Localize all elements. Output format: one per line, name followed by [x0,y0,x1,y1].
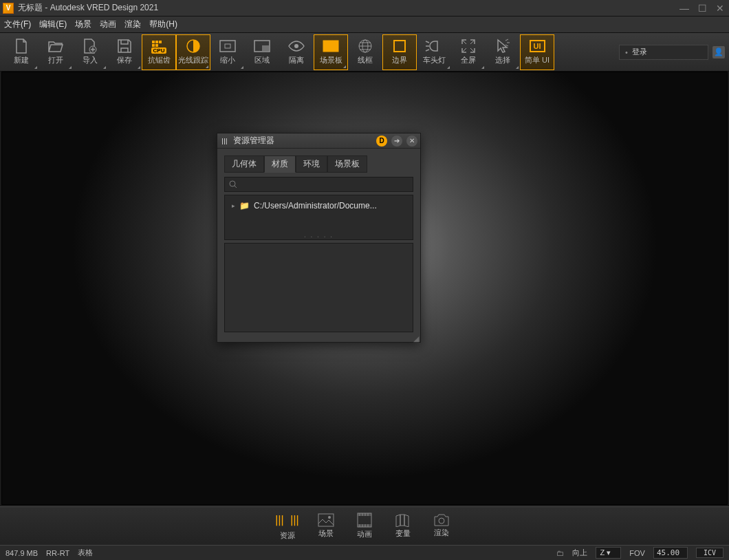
tree-row[interactable]: ▸ 📁 C:/Users/Administrator/Docume... [229,200,409,212]
dropdown-icon [206,65,208,68]
bottom-anim-button[interactable]: 动画 [345,508,384,544]
raytrace-button[interactable]: 光线跟踪 [176,34,210,70]
svg-rect-10 [262,45,269,51]
raytrace-icon [184,39,202,54]
expand-icon[interactable]: ▸ [232,202,235,209]
maximize-button[interactable]: ☐ [696,3,708,14]
resize-handle[interactable]: ◢ [413,336,419,341]
close-button[interactable]: ✕ [714,3,726,14]
boundary-button[interactable]: 边界 [382,34,417,70]
panel-undock-button[interactable]: ➔ [391,136,402,147]
menu-file[interactable]: 文件(F) [4,19,31,30]
tab-geometry[interactable]: 几何体 [224,155,264,173]
save-button[interactable]: 保存 [107,34,142,70]
dropdown-icon [34,66,37,69]
svg-rect-1 [152,41,155,43]
tab-environment[interactable]: 环境 [296,155,327,173]
tab-sceneboard[interactable]: 场景板 [327,155,367,173]
region-button[interactable]: 区域 [245,34,279,70]
svg-point-16 [230,181,235,186]
bottom-scene-button[interactable]: 场景 [307,508,345,544]
login-dropdown[interactable]: • 登录 [619,45,708,60]
panel-header[interactable]: ⫼ 资源管理器 D ➔ ✕ [217,133,420,149]
svg-rect-7 [220,41,235,52]
sceneboard-button[interactable]: 场景板 [314,34,348,70]
dropdown-icon [103,66,106,69]
bottom-render-button[interactable]: 渲染 [422,508,461,544]
svg-rect-17 [318,514,334,526]
minimize-button[interactable]: — [678,3,690,14]
bottom-assets-button[interactable]: ⫼⫼ 资源 [268,508,307,544]
dropdown-icon [69,66,72,69]
svg-point-18 [328,516,331,519]
import-button[interactable]: 导入 [73,34,107,70]
search-icon [229,180,237,189]
label: 车头灯 [423,55,446,65]
label: 新建 [14,55,29,65]
dropdown-icon [516,66,519,69]
label: 线框 [358,55,373,65]
label: 区域 [254,55,270,65]
svg-rect-4 [152,44,155,47]
svg-rect-15 [394,41,405,52]
fullscreen-button[interactable]: 全屏 [451,34,486,70]
main-toolbar: 新建 打开 导入 保存 CPU 抗锯齿 光线跟踪 缩小 区域 隔 [0,33,729,72]
region-icon [253,39,271,54]
swatch-icon [395,513,411,527]
dropdown-icon [138,66,140,69]
axis-select[interactable]: Z ▾ [596,547,622,559]
menu-render[interactable]: 渲染 [124,19,141,30]
panel-title: 资源管理器 [233,135,372,147]
open-button[interactable]: 打开 [39,34,73,70]
label: 场景 [318,528,334,539]
cursor-icon [494,39,512,54]
label: 光线跟踪 [178,55,208,65]
select-button[interactable]: 选择 [486,34,520,70]
wireframe-button[interactable]: 线框 [348,34,382,70]
svg-point-22 [439,518,444,524]
menu-anim[interactable]: 动画 [100,19,116,30]
board-icon [322,39,340,54]
panel-close-button[interactable]: ✕ [406,136,417,147]
icv-button[interactable]: ICV [696,548,723,558]
user-icon[interactable]: 👤 [712,46,725,58]
new-button[interactable]: 新建 [4,34,39,70]
menu-help[interactable]: 帮助(H) [149,19,177,30]
camera-icon [433,514,450,526]
folder-icon: 📁 [239,201,250,211]
label: 隔离 [289,55,304,65]
bottom-variant-button[interactable]: 变量 [384,508,422,544]
shrink-button[interactable]: 缩小 [210,34,245,70]
tree-view[interactable]: ▸ 📁 C:/Users/Administrator/Docume... . .… [224,195,413,240]
label: 全屏 [461,55,476,65]
title-bar: V 无标题 - Autodesk VRED Design 2021 — ☐ ✕ [0,0,729,17]
menu-bar: 文件(F) 编辑(E) 场景 动画 渲染 帮助(H) [0,17,729,33]
label: 打开 [48,55,63,65]
tab-material[interactable]: 材质 [264,155,296,173]
panel-d-button[interactable]: D [376,136,387,147]
svg-rect-3 [159,41,162,43]
library-icon: ⫼⫼ [272,511,303,529]
headlight-button[interactable]: 车头灯 [417,34,451,70]
folder-icon[interactable]: 🗀 [556,549,564,557]
search-input[interactable] [224,177,413,192]
isolate-button[interactable]: 隔离 [279,34,314,70]
antialias-button[interactable]: CPU 抗锯齿 [142,34,176,70]
fov-input[interactable] [653,547,688,559]
login-label: 登录 [632,47,647,57]
preview-area [224,243,413,332]
fullscreen-icon [459,39,477,54]
splitter-handle[interactable]: . . . . . [225,231,413,239]
bottom-toolbar: ⫼⫼ 资源 场景 动画 变量 渲染 [0,506,729,545]
library-icon: ⫼ [220,136,229,146]
globe-icon [356,39,374,54]
label: 缩小 [220,55,235,65]
menu-scene[interactable]: 场景 [75,19,91,30]
menu-edit[interactable]: 编辑(E) [39,19,67,30]
svg-rect-12 [323,41,338,52]
headlight-icon [425,39,443,54]
panel-body: 几何体 材质 环境 场景板 ▸ 📁 C:/Users/Administrator… [217,149,420,342]
window-title: 无标题 - Autodesk VRED Design 2021 [18,2,678,14]
import-icon [81,39,99,54]
simpleui-button[interactable]: UI 简单 UI [520,34,554,70]
